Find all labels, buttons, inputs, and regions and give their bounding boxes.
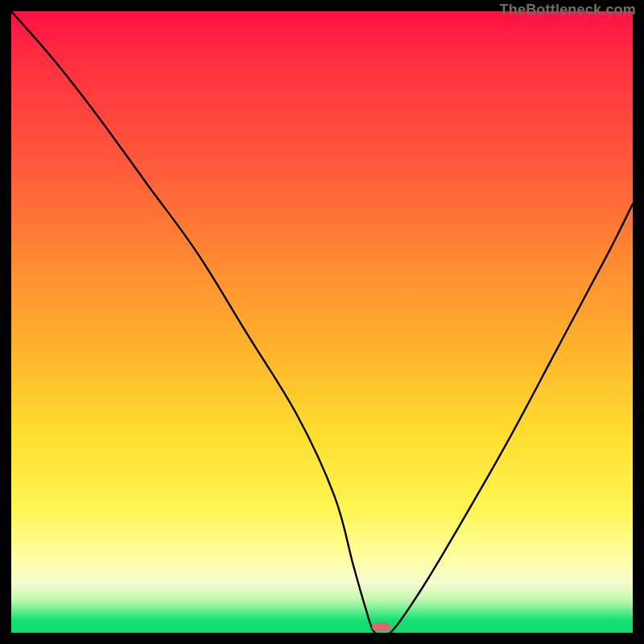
watermark-text: TheBottleneck.com bbox=[500, 2, 636, 19]
bottleneck-curve bbox=[11, 11, 633, 638]
optimal-marker bbox=[372, 622, 390, 631]
curve-layer bbox=[0, 0, 644, 644]
chart-container: TheBottleneck.com bbox=[0, 0, 644, 644]
